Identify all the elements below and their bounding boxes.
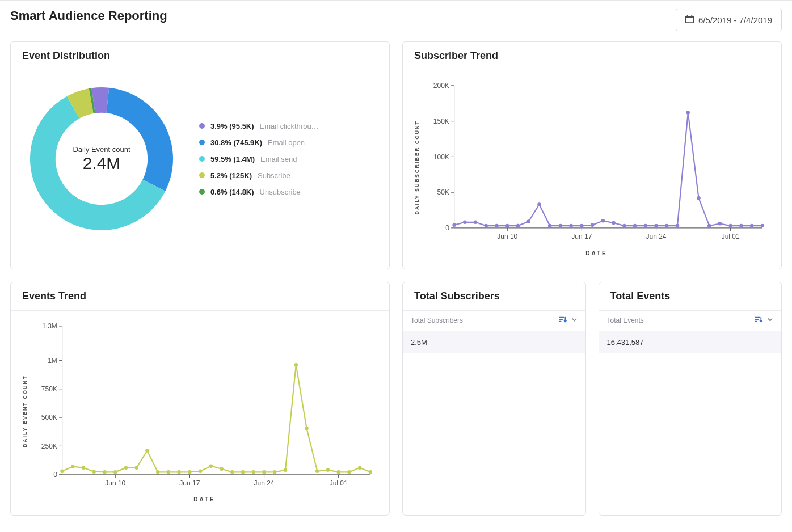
svg-text:Jun 10: Jun 10 (497, 233, 517, 240)
svg-point-25 (505, 224, 509, 228)
svg-point-44 (707, 224, 711, 228)
chevron-down-icon[interactable] (571, 316, 578, 324)
svg-text:100K: 100K (433, 153, 449, 161)
svg-point-89 (241, 470, 245, 474)
svg-point-95 (305, 426, 309, 430)
legend-item[interactable]: 5.2% (125K) Subscribe (199, 171, 319, 180)
subscriber-x-axis-title: DATE (423, 250, 770, 256)
legend-dot-icon (199, 189, 205, 195)
svg-text:0: 0 (53, 471, 57, 479)
svg-point-92 (273, 470, 277, 474)
legend-percent: 59.5% (1.4M) (210, 155, 255, 163)
subscriber-trend-title: Subscriber Trend (414, 50, 770, 62)
legend-percent: 30.8% (745.9K) (210, 138, 262, 147)
total-events-column: Total Events (607, 316, 644, 324)
legend-label: Email send (260, 155, 297, 163)
legend-dot-icon (199, 140, 205, 145)
svg-point-41 (676, 224, 680, 228)
svg-point-90 (252, 470, 256, 474)
svg-text:Jun 24: Jun 24 (646, 233, 667, 240)
svg-point-77 (113, 470, 117, 474)
legend-dot-icon (199, 156, 205, 162)
svg-point-28 (537, 202, 541, 206)
svg-point-76 (103, 470, 107, 474)
total-subscribers-title: Total Subscribers (414, 290, 574, 302)
svg-point-87 (220, 467, 224, 471)
svg-text:Jun 17: Jun 17 (571, 233, 592, 240)
svg-point-85 (199, 469, 203, 473)
svg-text:Jun 24: Jun 24 (254, 479, 275, 487)
legend-percent: 0.6% (14.8K) (210, 188, 254, 196)
page-title: Smart Audience Reporting (10, 9, 167, 23)
svg-point-75 (92, 470, 96, 474)
svg-point-73 (71, 465, 75, 468)
donut-center-value: 2.4M (83, 154, 121, 173)
svg-point-45 (718, 222, 722, 226)
svg-point-84 (188, 470, 192, 474)
svg-text:Jul 01: Jul 01 (330, 479, 348, 487)
svg-point-98 (336, 470, 340, 474)
svg-point-48 (750, 224, 754, 228)
svg-point-88 (230, 470, 234, 474)
date-range-button[interactable]: 6/5/2019 - 7/4/2019 (676, 9, 782, 31)
legend-item[interactable]: 0.6% (14.8K) Unsubscribe (199, 188, 319, 196)
svg-point-49 (761, 224, 765, 228)
svg-point-86 (209, 464, 213, 468)
svg-text:1M: 1M (48, 356, 57, 364)
svg-point-91 (262, 470, 266, 474)
subscriber-trend-chart: 050K100K150K200KJun 10Jun 17Jun 24Jul 01 (423, 79, 770, 247)
legend-item[interactable]: 3.9% (95.5K) Email clickthrou… (199, 122, 319, 130)
total-events-title: Total Events (610, 290, 770, 302)
svg-text:Jul 01: Jul 01 (722, 233, 740, 240)
donut-center-label: Daily Event count (73, 145, 130, 154)
svg-point-36 (622, 224, 626, 228)
legend-item[interactable]: 59.5% (1.4M) Email send (199, 155, 319, 163)
svg-point-78 (124, 466, 128, 470)
total-subscribers-value: 2.5M (403, 331, 585, 353)
svg-point-47 (739, 224, 743, 228)
legend-percent: 5.2% (125K) (210, 171, 252, 180)
svg-text:200K: 200K (433, 82, 449, 90)
subscriber-trend-card: Subscriber Trend DAILY SUBSCRIBER COUNT … (402, 41, 782, 269)
total-events-card: Total Events Total Events (599, 282, 782, 516)
svg-point-20 (452, 223, 456, 227)
sort-icon[interactable] (755, 316, 762, 325)
donut-legend: 3.9% (95.5K) Email clickthrou…30.8% (745… (199, 122, 319, 196)
svg-point-40 (665, 224, 669, 228)
donut-chart: Daily Event count 2.4M (22, 79, 181, 238)
svg-point-42 (686, 111, 690, 115)
svg-point-37 (633, 224, 637, 228)
legend-item[interactable]: 30.8% (745.9K) Email open (199, 138, 319, 147)
svg-point-27 (526, 219, 530, 223)
svg-text:Jun 10: Jun 10 (105, 479, 125, 487)
total-subscribers-card: Total Subscribers Total Subscribers (402, 282, 586, 516)
legend-percent: 3.9% (95.5K) (210, 122, 254, 130)
svg-point-21 (463, 221, 467, 225)
date-range-label: 6/5/2019 - 7/4/2019 (698, 15, 772, 25)
svg-point-99 (347, 470, 351, 474)
events-x-axis-title: DATE (31, 496, 378, 503)
legend-label: Unsubscribe (260, 188, 301, 196)
svg-point-39 (654, 224, 658, 228)
svg-point-22 (474, 221, 478, 225)
svg-point-31 (569, 224, 573, 228)
legend-dot-icon (199, 123, 205, 129)
svg-point-23 (484, 224, 488, 228)
svg-point-80 (145, 449, 149, 453)
svg-point-24 (495, 224, 499, 228)
sort-icon[interactable] (559, 316, 567, 325)
svg-point-97 (326, 468, 330, 472)
subscriber-y-axis-title: DAILY SUBSCRIBER COUNT (414, 79, 420, 256)
svg-point-96 (315, 469, 319, 473)
chevron-down-icon[interactable] (767, 316, 773, 324)
svg-point-74 (82, 466, 86, 470)
legend-dot-icon (199, 172, 205, 178)
svg-text:500K: 500K (41, 413, 57, 421)
legend-label: Email clickthrou… (260, 122, 319, 130)
events-trend-card: Events Trend DAILY EVENT COUNT 0250K500K… (10, 282, 390, 516)
calendar-icon (685, 15, 694, 25)
total-subscribers-column: Total Subscribers (411, 316, 463, 324)
svg-point-26 (516, 224, 520, 228)
svg-text:750K: 750K (41, 385, 57, 393)
svg-point-101 (369, 470, 373, 474)
